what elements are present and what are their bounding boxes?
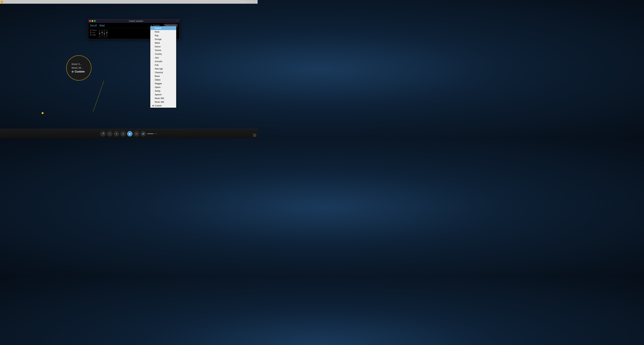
preset-label-dance: Dance (155, 46, 161, 48)
slider-250hz[interactable]: 250 (106, 29, 108, 38)
preset-label-reggae: Reggae (155, 82, 162, 85)
eq-title: Graphic equalizer (97, 20, 175, 22)
preset-dot-music56k (152, 98, 154, 99)
window-titlebar: − □ × (0, 0, 258, 4)
slider-track-250hz[interactable] (106, 29, 107, 36)
right-label: Right (92, 34, 97, 36)
preset-item-opera[interactable]: Opera (150, 85, 176, 89)
turn-off-button[interactable]: Turn off (90, 24, 97, 27)
preset-item-default[interactable]: Default (150, 26, 176, 30)
eq-dot-yellow[interactable] (92, 20, 93, 22)
play-button[interactable]: ▶ (127, 131, 132, 136)
preset-item-swing[interactable]: Swing (150, 89, 176, 93)
prev-icon: ⏮ (122, 133, 124, 135)
zoom-bottom-dot (42, 112, 44, 114)
preset-dot-country (152, 53, 154, 55)
volume-button[interactable]: 🔊 (140, 131, 146, 136)
zoom-connector-line (92, 81, 106, 112)
preset-label-jazz: Jazz (155, 57, 159, 59)
slider-125hz[interactable]: 125 (103, 29, 105, 38)
preset-dot-speech (152, 94, 154, 95)
preset-item-grunge[interactable]: Grunge (150, 38, 176, 41)
preset-dot-grunge (152, 39, 154, 40)
resize-button[interactable]: ⤡ (253, 134, 256, 137)
preset-item-custom[interactable]: Custom (150, 104, 176, 108)
prev-button[interactable]: ⏮ (120, 131, 126, 136)
app-icon (1, 1, 3, 3)
preset-item-folk[interactable]: Folk (150, 63, 176, 67)
preset-item-dance[interactable]: Dance (150, 45, 176, 49)
preset-item-music28k[interactable]: Music 28K (150, 100, 176, 104)
right-radio[interactable] (90, 34, 92, 36)
preset-item-techno[interactable]: Techno (150, 49, 176, 52)
slider-thumb-31hz[interactable] (99, 33, 100, 34)
preset-item-acoustic[interactable]: Acoustic (150, 60, 176, 63)
close-button[interactable]: × (254, 1, 257, 3)
next-button[interactable]: ⏭ (134, 131, 139, 136)
preset-item-reggae[interactable]: Reggae (150, 82, 176, 85)
left-label: Left (92, 32, 97, 33)
left-radio[interactable] (90, 32, 92, 33)
preset-label-country: Country (155, 53, 162, 55)
microphone-button[interactable]: 🎤 (100, 131, 106, 136)
preset-dot-swing (152, 90, 154, 92)
preset-dot-oldies (152, 79, 154, 81)
preset-label-acoustic: Acoustic (155, 60, 162, 63)
preset-dot-reggae (152, 83, 154, 84)
preset-dot-rock (152, 31, 154, 33)
preset-item-newage[interactable]: New Age (150, 67, 176, 71)
preset-label-blues: Blues (155, 75, 160, 77)
preset-dot-custom (152, 105, 154, 106)
preset-item-music56k[interactable]: Music 56K (150, 97, 176, 100)
preset-item-jazz[interactable]: Jazz (150, 56, 176, 60)
slider-thumb-250hz[interactable] (106, 32, 108, 33)
eq-channel-stereo: Stereo (90, 29, 97, 31)
preset-item-blues[interactable]: Blues (150, 74, 176, 78)
media-bar: 🎤 ↺ ■ ⏮ ▶ ⏭ 🔊 (0, 129, 258, 138)
slider-track-31hz[interactable] (99, 29, 100, 36)
volume-slider[interactable] (147, 133, 157, 134)
preset-item-country[interactable]: Country (150, 52, 176, 56)
preset-label-classical: Classical (155, 71, 163, 74)
freq-label-250hz: 250 (106, 37, 108, 38)
preset-dot-acoustic (152, 61, 154, 62)
eq-dot-green[interactable] (94, 20, 96, 22)
preset-label-folk: Folk (155, 64, 159, 66)
preset-dot-rap (152, 35, 154, 36)
zoom-active-dot (72, 71, 74, 73)
slider-thumb-62hz[interactable] (102, 32, 103, 33)
slider-thumb-125hz[interactable] (104, 33, 105, 34)
zoom-magnifier: Music 5... Music 28... Custom (66, 55, 92, 81)
eq-sliders: 31Hz 62 125 250 (98, 29, 108, 38)
microphone-icon: 🎤 (102, 133, 104, 135)
titlebar-controls[interactable]: − □ × (246, 1, 257, 3)
preset-label-custom: Custom (155, 105, 162, 107)
reset-button[interactable]: Reset (100, 24, 105, 27)
stereo-radio[interactable] (90, 29, 92, 31)
stop-button[interactable]: ■ (114, 131, 119, 136)
preset-item-rock[interactable]: Rock (150, 30, 176, 34)
preset-item-oldies[interactable]: Oldies (150, 78, 176, 82)
preset-item-classical[interactable]: Classical (150, 71, 176, 74)
maximize-button[interactable]: □ (250, 1, 253, 3)
resize-icon: ⤡ (254, 134, 255, 136)
slider-31hz[interactable]: 31Hz (98, 29, 101, 38)
zoom-custom-label: Custom (75, 70, 85, 73)
eq-dot-red[interactable] (89, 20, 91, 22)
preset-item-metal[interactable]: Metal (150, 41, 176, 45)
preset-item-speech[interactable]: Speech (150, 93, 176, 97)
eq-close-button[interactable]: × (176, 20, 178, 22)
preset-dot-classical (152, 72, 154, 73)
zoom-item-music56k: Music 5... (72, 63, 82, 66)
preset-dot-opera (152, 87, 154, 88)
slider-62hz[interactable]: 62 (102, 29, 103, 38)
eq-channels: Stereo Left Right (90, 29, 97, 36)
repeat-button[interactable]: ↺ (107, 131, 112, 136)
slider-track-125hz[interactable] (104, 29, 105, 36)
minimize-button[interactable]: − (246, 1, 250, 3)
slider-track-62hz[interactable] (102, 29, 103, 36)
preset-label-newage: New Age (155, 68, 163, 70)
preset-item-rap[interactable]: Rap (150, 34, 176, 38)
preset-label-music56k: Music 56K (155, 97, 164, 100)
preset-label-techno: Techno (155, 49, 161, 52)
